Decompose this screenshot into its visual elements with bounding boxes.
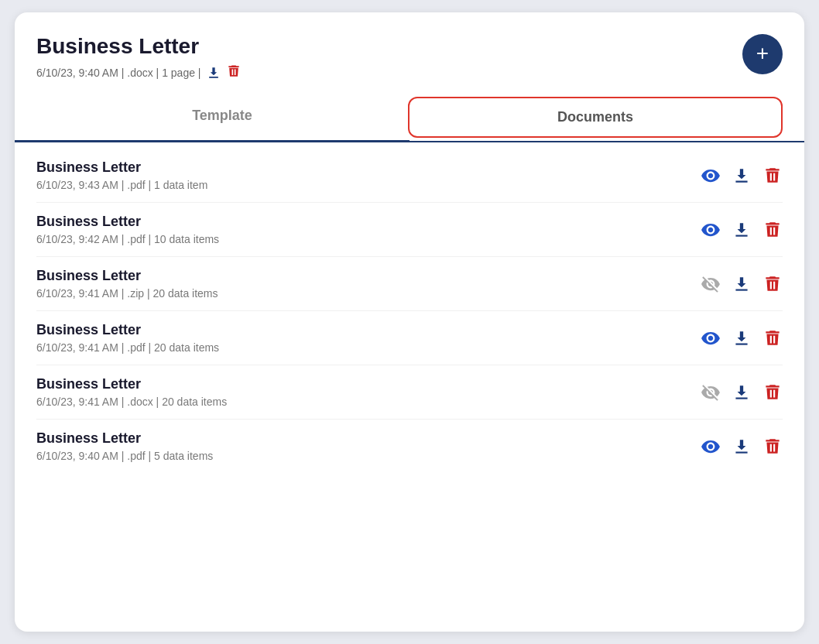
doc-item-actions xyxy=(701,220,783,240)
doc-item-meta: 6/10/23, 9:42 AM | .pdf | 10 data items xyxy=(36,233,219,245)
doc-item-actions xyxy=(701,328,783,348)
delete-icon[interactable] xyxy=(762,328,783,348)
view-icon[interactable] xyxy=(701,166,721,186)
delete-icon[interactable] xyxy=(762,382,783,402)
doc-item-meta: 6/10/23, 9:41 AM | .pdf | 20 data items xyxy=(36,341,219,354)
doc-item-meta: 6/10/23, 9:41 AM | .zip | 20 data items xyxy=(36,287,218,300)
doc-item-name: Business Letter xyxy=(36,268,218,284)
view-icon[interactable] xyxy=(701,328,721,348)
doc-item-meta: 6/10/23, 9:41 AM | .docx | 20 data items xyxy=(36,396,227,408)
doc-item-actions xyxy=(701,382,783,402)
doc-item-name: Business Letter xyxy=(36,159,207,176)
documents-list: Business Letter 6/10/23, 9:43 AM | .pdf … xyxy=(36,142,783,473)
delete-icon[interactable] xyxy=(762,166,783,186)
doc-item-actions xyxy=(701,437,783,457)
view-icon[interactable] xyxy=(701,437,721,457)
doc-item-name: Business Letter xyxy=(36,376,227,392)
document-item: Business Letter 6/10/23, 9:42 AM | .pdf … xyxy=(36,203,783,257)
document-item: Business Letter 6/10/23, 9:40 AM | .pdf … xyxy=(36,420,783,473)
document-item: Business Letter 6/10/23, 9:41 AM | .pdf … xyxy=(36,311,783,365)
add-button[interactable]: + xyxy=(742,34,783,74)
view-icon-disabled[interactable] xyxy=(701,382,721,402)
download-icon[interactable] xyxy=(732,166,752,186)
delete-icon[interactable] xyxy=(762,220,783,240)
document-item: Business Letter 6/10/23, 9:41 AM | .docx… xyxy=(36,365,783,420)
document-title: Business Letter xyxy=(36,34,242,59)
delete-icon[interactable] xyxy=(762,437,783,457)
doc-item-name: Business Letter xyxy=(36,322,219,338)
view-icon-disabled[interactable] xyxy=(701,274,721,294)
doc-item-name: Business Letter xyxy=(36,214,219,230)
download-icon[interactable] xyxy=(732,437,752,457)
download-icon[interactable] xyxy=(732,328,752,348)
tabs-container: Template Documents xyxy=(36,97,783,138)
doc-item-actions xyxy=(701,274,783,294)
delete-icon[interactable] xyxy=(762,274,783,294)
tab-documents[interactable]: Documents xyxy=(408,97,783,138)
add-icon: + xyxy=(756,43,769,64)
main-card: Business Letter 6/10/23, 9:40 AM | .docx… xyxy=(15,12,804,632)
download-icon[interactable] xyxy=(732,382,752,402)
header-left: Business Letter 6/10/23, 9:40 AM | .docx… xyxy=(36,34,242,81)
header-download-icon[interactable] xyxy=(206,65,221,80)
view-icon[interactable] xyxy=(701,220,721,240)
download-icon[interactable] xyxy=(732,220,752,240)
tab-template[interactable]: Template xyxy=(36,97,408,138)
doc-item-meta: 6/10/23, 9:40 AM | .pdf | 5 data items xyxy=(36,450,213,462)
header-delete-icon[interactable] xyxy=(226,63,242,81)
header: Business Letter 6/10/23, 9:40 AM | .docx… xyxy=(36,34,783,81)
doc-item-meta: 6/10/23, 9:43 AM | .pdf | 1 data item xyxy=(36,179,207,191)
document-item: Business Letter 6/10/23, 9:41 AM | .zip … xyxy=(36,257,783,311)
doc-item-name: Business Letter xyxy=(36,430,213,447)
download-icon[interactable] xyxy=(732,274,752,294)
meta-text: 6/10/23, 9:40 AM | .docx | 1 page | xyxy=(36,67,201,79)
document-meta: 6/10/23, 9:40 AM | .docx | 1 page | xyxy=(36,63,242,81)
document-item: Business Letter 6/10/23, 9:43 AM | .pdf … xyxy=(36,149,783,203)
doc-item-actions xyxy=(701,166,783,186)
